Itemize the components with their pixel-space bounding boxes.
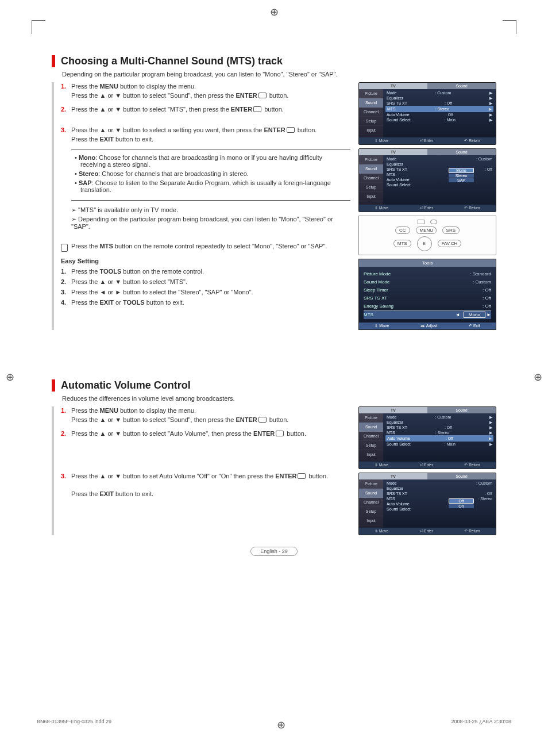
osd-v: : Off	[445, 101, 452, 106]
text: button to exit.	[114, 136, 153, 143]
enter-icon	[298, 473, 306, 479]
bullet-stereo: • Stereo: Choose for channels that are b…	[74, 170, 348, 177]
text: Press the ◄ or ► button to select the "S…	[71, 289, 253, 296]
osd-tab-sound: Sound	[427, 149, 496, 155]
bold: ENTER	[231, 106, 252, 113]
tools-k: Sound Mode	[364, 279, 389, 285]
text: Move	[379, 324, 389, 328]
osd-k: Sound Select	[387, 442, 411, 447]
text: Press the	[71, 299, 100, 306]
bold: EXIT	[100, 299, 114, 306]
bold: EXIT	[100, 136, 114, 143]
osd-tab-tv: TV	[359, 407, 427, 413]
chevron-right-icon: ▶	[489, 117, 492, 122]
osd-v: : Off	[446, 436, 453, 441]
note-1: ➢ "MTS" is available only in TV mode.	[71, 206, 350, 214]
osd-foot: Move	[379, 529, 388, 533]
osd-sound-autovol: TV Sound Picture Sound Channel Setup Inp…	[358, 406, 496, 469]
tools-v: : Standard	[470, 271, 491, 277]
bold: EXIT	[100, 490, 114, 497]
num: 4.	[61, 299, 71, 306]
regmark-bottom: ⊕	[277, 719, 285, 731]
step-number: 3.	[61, 126, 71, 144]
chevron-right-icon: ▶	[489, 112, 492, 117]
num: 3.	[61, 289, 71, 296]
osd-k: Mode	[387, 415, 397, 420]
osd-foot: Return	[469, 139, 480, 143]
osd-side-picture: Picture	[359, 413, 383, 423]
text: Press the ▲ or ▼ button to select "MTS".	[71, 278, 187, 285]
bold: ENTER	[275, 473, 296, 479]
text: Press the	[71, 243, 100, 250]
text: Press the	[71, 268, 100, 275]
print-date: 2008-03-25 ¿ÀÈÄ 2:30:08	[451, 719, 511, 731]
chevron-right-icon: ▶	[489, 425, 492, 430]
step-1: 1. Press the MENU button to display the …	[61, 82, 350, 101]
chevron-right-icon: ▶	[489, 420, 492, 425]
osd-side-channel: Channel	[359, 108, 383, 117]
osd-k: Mode	[387, 481, 397, 486]
osd-k: Auto Volume	[387, 177, 410, 182]
osd-side-channel: Channel	[359, 174, 383, 183]
osd-v: : Off	[485, 491, 492, 496]
text: Press the ▲ or ▼ button to select a sett…	[71, 126, 264, 133]
tools-v: : Custom	[473, 279, 491, 285]
text: button to display the menu.	[118, 407, 196, 414]
osd-foot: Move	[379, 463, 388, 467]
bold: Stereo	[79, 170, 98, 177]
tools-k: Picture Mode	[364, 271, 391, 277]
regmark-left: ⊕	[6, 371, 14, 383]
tools-v: : Off	[483, 295, 491, 301]
text: E	[423, 241, 426, 245]
bold: MENU	[100, 83, 118, 90]
section2-title: Automatic Volume Control	[52, 379, 496, 392]
text: button.	[268, 416, 289, 423]
chevron-right-icon: ▶	[489, 442, 492, 447]
bold: MTS	[100, 243, 113, 250]
osd-side-setup: Setup	[359, 507, 383, 516]
osd-k: Sound Select	[387, 182, 411, 187]
osd-opt-on: On	[449, 504, 474, 508]
text: Press the ▲ or ▼ button to select "Auto …	[71, 430, 253, 437]
osd-footer: ⇳ Move ⏎ Enter ↶ Return	[359, 205, 496, 212]
step-3: 3. Press the ▲ or ▼ button to select a s…	[61, 126, 350, 144]
osd-tab-tv: TV	[359, 83, 427, 89]
text: Press the ▲ or ▼ button to set Auto Volu…	[71, 473, 275, 479]
bold: MENU	[100, 407, 118, 414]
osd-v: : Main	[445, 442, 456, 447]
section1-intro: Depending on the particular program bein…	[62, 71, 496, 78]
chevron-right-icon: ▶	[489, 430, 492, 435]
tools-v: : Off	[483, 303, 491, 309]
chevron-right-icon: ▶	[489, 101, 492, 106]
step-number: 1.	[61, 406, 71, 425]
osd-foot: Enter	[424, 139, 433, 143]
osd-footer: ⇳ Move ⏎ Enter ↶ Return	[359, 528, 496, 535]
tools-v: : Off	[483, 287, 491, 293]
remote-icon	[61, 244, 68, 252]
text: Exit	[473, 324, 480, 328]
easy-title: Easy Setting	[61, 258, 350, 264]
num: 1.	[61, 268, 71, 275]
osd-side-picture: Picture	[359, 479, 383, 489]
osd-k: Mode	[387, 90, 397, 95]
osd-sound-mts-popup: TV Sound Picture Sound Channel Setup Inp…	[358, 148, 496, 212]
osd-k: Sound Select	[387, 117, 411, 122]
osd-k: SRS TS XT	[387, 101, 407, 106]
step-number: 3.	[61, 472, 71, 500]
osd-side-channel: Channel	[359, 498, 383, 507]
osd-k: SRS TS XT	[387, 425, 407, 430]
osd-k: Auto Volume	[387, 501, 410, 506]
remote-btn-cc: CC	[395, 227, 410, 234]
bold: ENTER	[253, 430, 275, 437]
bold: SAP	[79, 179, 92, 186]
regmark-right: ⊕	[534, 371, 542, 383]
text: Press the	[71, 490, 100, 497]
osd-side-input: Input	[359, 516, 383, 525]
osd-opt-mono: Mono	[449, 168, 474, 173]
osd-v: : Custom	[435, 90, 451, 95]
osd-foot: Enter	[424, 463, 433, 467]
osd-foot: Enter	[424, 206, 433, 210]
tools-k: Sleep Timer	[364, 287, 388, 293]
osd-foot: Return	[469, 463, 480, 467]
osd-foot: Return	[469, 529, 480, 533]
